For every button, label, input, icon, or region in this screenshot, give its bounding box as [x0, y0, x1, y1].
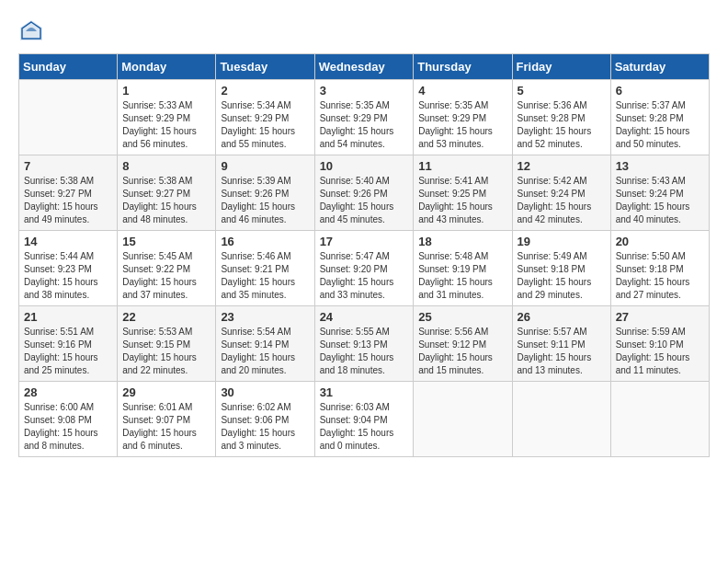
- calendar-cell: 12Sunrise: 5:42 AMSunset: 9:24 PMDayligh…: [512, 155, 610, 231]
- calendar-cell: [19, 80, 118, 155]
- calendar-cell: [512, 382, 610, 457]
- day-info: Sunrise: 5:36 AMSunset: 9:28 PMDaylight:…: [518, 99, 606, 151]
- calendar-cell: 9Sunrise: 5:39 AMSunset: 9:26 PMDaylight…: [216, 155, 314, 231]
- day-number: 15: [122, 235, 210, 248]
- day-number: 14: [24, 235, 112, 248]
- calendar-cell: 19Sunrise: 5:49 AMSunset: 9:18 PMDayligh…: [512, 231, 610, 306]
- calendar-week-row: 28Sunrise: 6:00 AMSunset: 9:08 PMDayligh…: [19, 382, 710, 457]
- day-info: Sunrise: 5:43 AMSunset: 9:24 PMDaylight:…: [616, 175, 704, 226]
- calendar-cell: 5Sunrise: 5:36 AMSunset: 9:28 PMDaylight…: [512, 80, 610, 155]
- weekday-header-friday: Friday: [512, 54, 610, 80]
- day-info: Sunrise: 5:35 AMSunset: 9:29 PMDaylight:…: [418, 99, 506, 151]
- weekday-header-monday: Monday: [118, 54, 216, 80]
- calendar-cell: 27Sunrise: 5:59 AMSunset: 9:10 PMDayligh…: [610, 306, 709, 382]
- calendar-week-row: 21Sunrise: 5:51 AMSunset: 9:16 PMDayligh…: [19, 306, 710, 382]
- day-number: 26: [518, 310, 606, 324]
- calendar-cell: 15Sunrise: 5:45 AMSunset: 9:22 PMDayligh…: [118, 231, 216, 306]
- calendar-cell: 22Sunrise: 5:53 AMSunset: 9:15 PMDayligh…: [118, 306, 216, 382]
- calendar-cell: 30Sunrise: 6:02 AMSunset: 9:06 PMDayligh…: [216, 382, 314, 457]
- day-info: Sunrise: 5:51 AMSunset: 9:16 PMDaylight:…: [24, 326, 112, 377]
- logo-icon: [18, 18, 44, 44]
- day-info: Sunrise: 5:57 AMSunset: 9:11 PMDaylight:…: [518, 326, 606, 377]
- day-number: 11: [418, 159, 506, 173]
- day-number: 22: [122, 310, 210, 324]
- day-info: Sunrise: 5:38 AMSunset: 9:27 PMDaylight:…: [122, 175, 210, 226]
- calendar-cell: 24Sunrise: 5:55 AMSunset: 9:13 PMDayligh…: [314, 306, 414, 382]
- calendar-cell: 8Sunrise: 5:38 AMSunset: 9:27 PMDaylight…: [118, 155, 216, 231]
- day-number: 9: [221, 159, 309, 173]
- calendar-cell: 10Sunrise: 5:40 AMSunset: 9:26 PMDayligh…: [314, 155, 414, 231]
- logo: [18, 18, 48, 44]
- calendar-week-row: 1Sunrise: 5:33 AMSunset: 9:29 PMDaylight…: [19, 80, 710, 155]
- calendar-cell: 25Sunrise: 5:56 AMSunset: 9:12 PMDayligh…: [414, 306, 512, 382]
- calendar-table: SundayMondayTuesdayWednesdayThursdayFrid…: [18, 53, 710, 457]
- calendar-cell: 21Sunrise: 5:51 AMSunset: 9:16 PMDayligh…: [19, 306, 118, 382]
- day-number: 28: [24, 385, 112, 399]
- weekday-header-saturday: Saturday: [610, 54, 709, 80]
- day-number: 10: [320, 159, 409, 173]
- day-number: 17: [320, 235, 409, 248]
- day-info: Sunrise: 6:03 AMSunset: 9:04 PMDaylight:…: [320, 401, 409, 453]
- calendar-cell: 29Sunrise: 6:01 AMSunset: 9:07 PMDayligh…: [118, 382, 216, 457]
- day-number: 31: [320, 385, 409, 399]
- calendar-cell: 1Sunrise: 5:33 AMSunset: 9:29 PMDaylight…: [118, 80, 216, 155]
- day-number: 30: [221, 385, 309, 399]
- weekday-header-sunday: Sunday: [19, 54, 118, 80]
- day-info: Sunrise: 5:44 AMSunset: 9:23 PMDaylight:…: [24, 250, 112, 302]
- calendar-cell: 18Sunrise: 5:48 AMSunset: 9:19 PMDayligh…: [414, 231, 512, 306]
- calendar-cell: 11Sunrise: 5:41 AMSunset: 9:25 PMDayligh…: [414, 155, 512, 231]
- calendar-cell: 13Sunrise: 5:43 AMSunset: 9:24 PMDayligh…: [610, 155, 709, 231]
- day-info: Sunrise: 5:33 AMSunset: 9:29 PMDaylight:…: [122, 99, 210, 151]
- day-number: 2: [221, 84, 309, 98]
- day-info: Sunrise: 5:45 AMSunset: 9:22 PMDaylight:…: [122, 250, 210, 302]
- day-info: Sunrise: 5:49 AMSunset: 9:18 PMDaylight:…: [518, 250, 606, 302]
- day-number: 1: [122, 84, 210, 98]
- calendar-cell: 14Sunrise: 5:44 AMSunset: 9:23 PMDayligh…: [19, 231, 118, 306]
- calendar-week-row: 14Sunrise: 5:44 AMSunset: 9:23 PMDayligh…: [19, 231, 710, 306]
- calendar-cell: [610, 382, 709, 457]
- day-number: 27: [616, 310, 704, 324]
- weekday-header-wednesday: Wednesday: [314, 54, 414, 80]
- day-info: Sunrise: 5:42 AMSunset: 9:24 PMDaylight:…: [518, 175, 606, 226]
- day-info: Sunrise: 5:38 AMSunset: 9:27 PMDaylight:…: [24, 175, 112, 226]
- day-info: Sunrise: 5:35 AMSunset: 9:29 PMDaylight:…: [320, 99, 409, 151]
- calendar-cell: 7Sunrise: 5:38 AMSunset: 9:27 PMDaylight…: [19, 155, 118, 231]
- day-info: Sunrise: 5:50 AMSunset: 9:18 PMDaylight:…: [616, 250, 704, 302]
- day-info: Sunrise: 5:37 AMSunset: 9:28 PMDaylight:…: [616, 99, 704, 151]
- day-info: Sunrise: 5:53 AMSunset: 9:15 PMDaylight:…: [122, 326, 210, 377]
- day-number: 25: [418, 310, 506, 324]
- day-info: Sunrise: 5:34 AMSunset: 9:29 PMDaylight:…: [221, 99, 309, 151]
- calendar-cell: [414, 382, 512, 457]
- day-number: 23: [221, 310, 309, 324]
- day-info: Sunrise: 6:02 AMSunset: 9:06 PMDaylight:…: [221, 401, 309, 453]
- day-info: Sunrise: 5:56 AMSunset: 9:12 PMDaylight:…: [418, 326, 506, 377]
- day-number: 16: [221, 235, 309, 248]
- calendar-cell: 31Sunrise: 6:03 AMSunset: 9:04 PMDayligh…: [314, 382, 414, 457]
- day-number: 8: [122, 159, 210, 173]
- day-number: 4: [418, 84, 506, 98]
- day-info: Sunrise: 6:00 AMSunset: 9:08 PMDaylight:…: [24, 401, 112, 453]
- day-info: Sunrise: 6:01 AMSunset: 9:07 PMDaylight:…: [122, 401, 210, 453]
- day-number: 13: [616, 159, 704, 173]
- calendar-cell: 23Sunrise: 5:54 AMSunset: 9:14 PMDayligh…: [216, 306, 314, 382]
- day-number: 29: [122, 385, 210, 399]
- day-number: 6: [616, 84, 704, 98]
- calendar-cell: 17Sunrise: 5:47 AMSunset: 9:20 PMDayligh…: [314, 231, 414, 306]
- day-number: 12: [518, 159, 606, 173]
- day-info: Sunrise: 5:54 AMSunset: 9:14 PMDaylight:…: [221, 326, 309, 377]
- calendar-cell: 16Sunrise: 5:46 AMSunset: 9:21 PMDayligh…: [216, 231, 314, 306]
- calendar-cell: 6Sunrise: 5:37 AMSunset: 9:28 PMDaylight…: [610, 80, 709, 155]
- day-info: Sunrise: 5:46 AMSunset: 9:21 PMDaylight:…: [221, 250, 309, 302]
- calendar-cell: 3Sunrise: 5:35 AMSunset: 9:29 PMDaylight…: [314, 80, 414, 155]
- calendar-cell: 26Sunrise: 5:57 AMSunset: 9:11 PMDayligh…: [512, 306, 610, 382]
- calendar-cell: 20Sunrise: 5:50 AMSunset: 9:18 PMDayligh…: [610, 231, 709, 306]
- day-info: Sunrise: 5:40 AMSunset: 9:26 PMDaylight:…: [320, 175, 409, 226]
- day-info: Sunrise: 5:59 AMSunset: 9:10 PMDaylight:…: [616, 326, 704, 377]
- calendar-cell: 2Sunrise: 5:34 AMSunset: 9:29 PMDaylight…: [216, 80, 314, 155]
- calendar-cell: 28Sunrise: 6:00 AMSunset: 9:08 PMDayligh…: [19, 382, 118, 457]
- day-info: Sunrise: 5:41 AMSunset: 9:25 PMDaylight:…: [418, 175, 506, 226]
- day-number: 3: [320, 84, 409, 98]
- day-info: Sunrise: 5:39 AMSunset: 9:26 PMDaylight:…: [221, 175, 309, 226]
- day-number: 19: [518, 235, 606, 248]
- weekday-header-tuesday: Tuesday: [216, 54, 314, 80]
